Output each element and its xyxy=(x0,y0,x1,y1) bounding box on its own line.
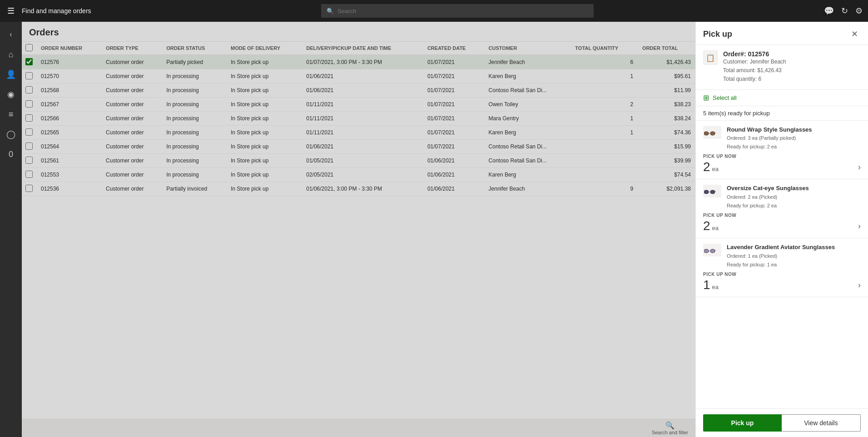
cell-total-qty: 6 xyxy=(570,55,638,69)
row-checkbox[interactable] xyxy=(25,58,33,65)
col-created-date[interactable]: CREATED DATE xyxy=(423,42,484,55)
item-ordered: Ordered: 2 ea (Picked) xyxy=(727,193,861,201)
table-row[interactable]: 012568 Customer order In processing In S… xyxy=(22,83,695,98)
row-checkbox-cell[interactable] xyxy=(22,154,36,168)
table-row[interactable]: 012570 Customer order In processing In S… xyxy=(22,69,695,83)
view-details-button[interactable]: View details xyxy=(782,414,861,432)
item-image xyxy=(703,244,721,256)
chevron-right-icon[interactable]: › xyxy=(858,221,861,231)
cell-total-qty xyxy=(570,83,638,98)
col-mode-delivery[interactable]: MODE OF DELIVERY xyxy=(226,42,302,55)
nav-dot[interactable]: ◯ xyxy=(2,125,20,143)
row-checkbox-cell[interactable] xyxy=(22,69,36,83)
col-total-qty[interactable]: TOTAL QUANTITY xyxy=(570,42,638,55)
nav-user[interactable]: 👤 xyxy=(2,65,20,83)
chevron-right-icon[interactable]: › xyxy=(858,280,861,290)
cell-order-type: Customer order xyxy=(101,55,162,69)
row-checkbox[interactable] xyxy=(25,72,33,79)
search-input[interactable] xyxy=(337,8,588,15)
app-title: Find and manage orders xyxy=(22,7,91,15)
back-button[interactable]: ‹ xyxy=(2,25,20,44)
table-row[interactable]: 012561 Customer order In processing In S… xyxy=(22,154,695,168)
col-customer[interactable]: CUSTOMER xyxy=(484,42,571,55)
table-row[interactable]: 012567 Customer order In processing In S… xyxy=(22,98,695,112)
nav-zero[interactable]: 0 xyxy=(2,145,20,163)
cell-order-status: In processing xyxy=(162,98,226,112)
chat-icon[interactable]: 💬 xyxy=(824,6,834,16)
orders-table-container[interactable]: ORDER NUMBER ORDER TYPE ORDER STATUS MOD… xyxy=(22,42,695,419)
search-end-button[interactable]: 🔍 Search and filter xyxy=(652,421,688,435)
cell-created-date: 01/06/2021 xyxy=(423,168,484,182)
table-row[interactable]: 012566 Customer order In processing In S… xyxy=(22,112,695,126)
row-checkbox[interactable] xyxy=(25,142,33,150)
table-row[interactable]: 012576 Customer order Partially picked I… xyxy=(22,55,695,69)
chevron-right-icon[interactable]: › xyxy=(858,162,861,172)
row-checkbox[interactable] xyxy=(25,185,33,192)
search-icon: 🔍 xyxy=(327,8,334,15)
pickup-qty-number: 2 xyxy=(703,161,710,173)
row-checkbox-cell[interactable] xyxy=(22,126,36,140)
cell-delivery-mode: In Store pick up xyxy=(226,55,302,69)
cell-datetime: 01/06/2021, 3:00 PM - 3:30 PM xyxy=(302,182,423,196)
cell-customer: Owen Tolley xyxy=(484,98,571,112)
row-checkbox[interactable] xyxy=(25,128,33,136)
item-info: Oversize Cat-eye Sunglasses Ordered: 2 e… xyxy=(727,185,861,209)
close-icon[interactable]: ✕ xyxy=(848,28,861,40)
row-checkbox[interactable] xyxy=(25,114,33,122)
col-order-total[interactable]: ORDER TOTAL xyxy=(638,42,695,55)
cell-order-number: 012553 xyxy=(36,168,101,182)
row-checkbox-cell[interactable] xyxy=(22,168,36,182)
nav-circle[interactable]: ◉ xyxy=(2,85,20,103)
select-all-label[interactable]: Select all xyxy=(713,94,737,101)
nav-home[interactable]: ⌂ xyxy=(2,45,20,64)
col-order-type[interactable]: ORDER TYPE xyxy=(101,42,162,55)
row-checkbox-cell[interactable] xyxy=(22,98,36,112)
table-row[interactable]: 012553 Customer order In processing In S… xyxy=(22,168,695,182)
table-row[interactable]: 012565 Customer order In processing In S… xyxy=(22,126,695,140)
cell-datetime: 01/11/2021 xyxy=(302,98,423,112)
col-order-status[interactable]: ORDER STATUS xyxy=(162,42,226,55)
refresh-icon[interactable]: ↻ xyxy=(841,6,848,16)
svg-rect-10 xyxy=(704,249,709,253)
row-checkbox-cell[interactable] xyxy=(22,182,36,196)
cell-total-qty: 1 xyxy=(570,112,638,126)
item-name: Round Wrap Style Sunglasses xyxy=(727,126,861,134)
row-checkbox-cell[interactable] xyxy=(22,112,36,126)
cell-order-status: In processing xyxy=(162,83,226,98)
pickup-button[interactable]: Pick up xyxy=(703,414,782,432)
col-datetime[interactable]: DELIVERY/PICKUP DATE AND TIME xyxy=(302,42,423,55)
menu-icon[interactable]: ☰ xyxy=(5,4,16,18)
select-all-checkbox[interactable] xyxy=(25,44,33,51)
cell-order-total: $74.54 xyxy=(638,168,695,182)
cell-order-total: $95.61 xyxy=(638,69,695,83)
pickup-section: 2 ea › xyxy=(703,161,861,173)
cell-delivery-mode: In Store pick up xyxy=(226,126,302,140)
search-bar[interactable]: 🔍 xyxy=(321,4,594,18)
row-checkbox[interactable] xyxy=(25,86,33,93)
cell-datetime: 01/06/2021 xyxy=(302,69,423,83)
cell-total-qty xyxy=(570,140,638,154)
row-checkbox-cell[interactable] xyxy=(22,140,36,154)
table-row[interactable]: 012564 Customer order In processing In S… xyxy=(22,140,695,154)
select-all-row[interactable]: ⊞ Select all xyxy=(696,90,868,106)
cell-created-date: 01/06/2021 xyxy=(423,154,484,168)
cell-customer: Karen Berg xyxy=(484,168,571,182)
item-ready: Ready for pickup: 2 ea xyxy=(727,143,861,151)
row-checkbox[interactable] xyxy=(25,157,33,164)
cell-order-number: 012566 xyxy=(36,112,101,126)
item-top: Oversize Cat-eye Sunglasses Ordered: 2 e… xyxy=(703,185,861,209)
row-checkbox[interactable] xyxy=(25,171,33,178)
table-row[interactable]: 012536 Customer order Partially invoiced… xyxy=(22,182,695,196)
item-card: Oversize Cat-eye Sunglasses Ordered: 2 e… xyxy=(696,179,868,238)
select-all-header[interactable] xyxy=(22,42,36,55)
row-checkbox-cell[interactable] xyxy=(22,55,36,69)
settings-icon[interactable]: ⚙ xyxy=(855,6,863,16)
pickup-label: PICK UP NOW xyxy=(703,154,861,159)
cell-order-type: Customer order xyxy=(101,69,162,83)
col-order-number[interactable]: ORDER NUMBER xyxy=(36,42,101,55)
nav-menu[interactable]: ≡ xyxy=(2,105,20,123)
cell-order-type: Customer order xyxy=(101,154,162,168)
row-checkbox[interactable] xyxy=(25,100,33,108)
cell-total-qty: 2 xyxy=(570,98,638,112)
row-checkbox-cell[interactable] xyxy=(22,83,36,98)
